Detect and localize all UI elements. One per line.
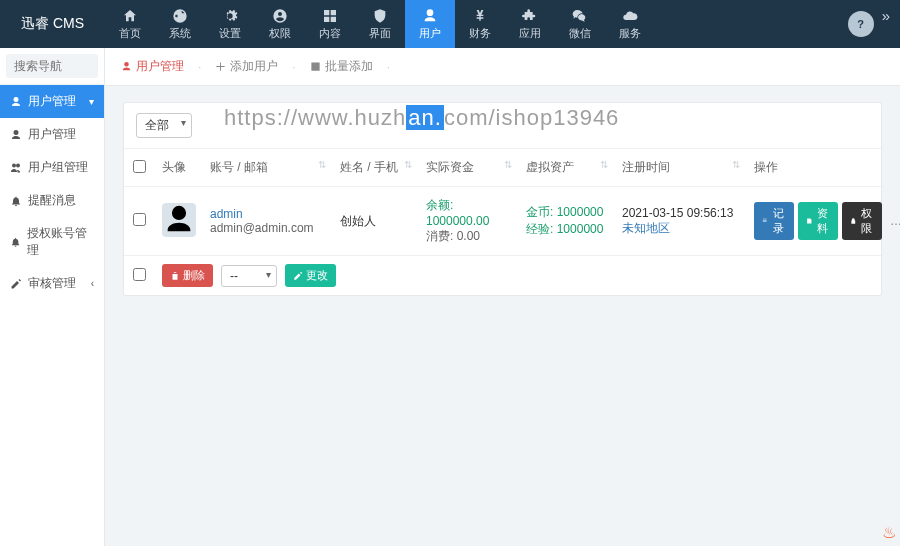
bulk-select[interactable]: -- — [221, 265, 277, 287]
nav-grid[interactable]: 内容 — [305, 0, 355, 48]
log-button[interactable]: 记录 — [754, 202, 794, 240]
top-nav: 迅睿 CMS 首页系统设置权限内容界面用户财务应用微信服务 ? » — [0, 0, 900, 48]
table-footer-row: 删除 -- 更改 — [124, 256, 881, 296]
balance-value[interactable]: 1000000.00 — [426, 214, 489, 228]
col-avatar: 头像 — [154, 149, 202, 187]
change-button[interactable]: 更改 — [285, 264, 336, 287]
col-virtual[interactable]: 虚拟资产 — [518, 149, 614, 187]
chevron-right-icon: ‹ — [91, 278, 94, 289]
perm-button[interactable]: 权限 — [842, 202, 882, 240]
sidebar: 用户管理▾用户管理用户组管理提醒消息授权账号管理审核管理‹ — [0, 48, 105, 546]
brand: 迅睿 CMS — [0, 0, 105, 48]
nav-label: 首页 — [119, 26, 141, 41]
sidebar-item-2[interactable]: 用户组管理 — [0, 151, 104, 184]
breadcrumb: 用户管理·添加用户·批量添加· — [105, 48, 900, 86]
nav-label: 系统 — [169, 26, 191, 41]
sidebar-item-label: 用户管理 — [28, 93, 76, 110]
row-checkbox[interactable] — [133, 213, 146, 226]
breadcrumb-label: 用户管理 — [136, 58, 184, 75]
col-funds[interactable]: 实际资金 — [418, 149, 518, 187]
more-icon[interactable]: … — [886, 214, 900, 228]
flame-icon[interactable]: ♨ — [882, 523, 896, 542]
sidebar-item-5[interactable]: 审核管理‹ — [0, 267, 104, 300]
nav-shield[interactable]: 界面 — [355, 0, 405, 48]
nav-cogs[interactable]: 设置 — [205, 0, 255, 48]
region-link[interactable]: 未知地区 — [622, 220, 738, 237]
nav-user-circle[interactable]: 权限 — [255, 0, 305, 48]
col-ops: 操作 — [746, 149, 881, 187]
breadcrumb-1[interactable]: 添加用户 — [215, 58, 278, 75]
username-link[interactable]: admin — [210, 207, 324, 221]
select-all-checkbox[interactable] — [133, 160, 146, 173]
nav-home[interactable]: 首页 — [105, 0, 155, 48]
nav-label: 权限 — [269, 26, 291, 41]
nav-puzzle[interactable]: 应用 — [505, 0, 555, 48]
sidebar-item-3[interactable]: 提醒消息 — [0, 184, 104, 217]
watermark-text: https://www.huzhan.com/ishop13946 — [224, 105, 619, 131]
nav-yen[interactable]: 财务 — [455, 0, 505, 48]
nav-globe[interactable]: 系统 — [155, 0, 205, 48]
nav-label: 应用 — [519, 26, 541, 41]
user-email: admin@admin.com — [210, 221, 324, 235]
gold-label[interactable]: 金币: — [526, 205, 553, 219]
sidebar-item-4[interactable]: 授权账号管理 — [0, 217, 104, 267]
nav-label: 微信 — [569, 26, 591, 41]
col-regtime[interactable]: 注册时间 — [614, 149, 746, 187]
breadcrumb-label: 添加用户 — [230, 58, 278, 75]
spend-value: 0.00 — [457, 229, 480, 243]
sidebar-item-label: 授权账号管理 — [27, 225, 94, 259]
info-button[interactable]: 资料 — [798, 202, 838, 240]
user-avatar-badge[interactable]: ? — [848, 11, 874, 37]
nav-wechat[interactable]: 微信 — [555, 0, 605, 48]
nav-label: 内容 — [319, 26, 341, 41]
nav-label: 财务 — [469, 26, 491, 41]
sidebar-item-label: 审核管理 — [28, 275, 76, 292]
sidebar-item-1[interactable]: 用户管理 — [0, 118, 104, 151]
balance-label[interactable]: 余额: — [426, 198, 453, 212]
sidebar-item-0[interactable]: 用户管理▾ — [0, 85, 104, 118]
nav-cloud[interactable]: 服务 — [605, 0, 655, 48]
table-row: admin admin@admin.com 创始人 余额: 1000000.00… — [124, 187, 881, 256]
reg-time: 2021-03-15 09:56:13 — [622, 206, 738, 220]
exp-label[interactable]: 经验: — [526, 222, 553, 236]
main-card: 全部 https://www.huzhan.com/ishop13946 — [123, 102, 882, 296]
sidebar-item-label: 用户组管理 — [28, 159, 88, 176]
user-avatar-icon — [162, 203, 196, 237]
user-role: 创始人 — [332, 187, 418, 256]
col-account[interactable]: 账号 / 邮箱 — [202, 149, 332, 187]
exp-value[interactable]: 1000000 — [557, 222, 604, 236]
col-name[interactable]: 姓名 / 手机 — [332, 149, 418, 187]
expand-icon[interactable]: » — [882, 7, 890, 24]
delete-button[interactable]: 删除 — [162, 264, 213, 287]
search-input[interactable] — [6, 54, 98, 78]
toolbar: 全部 https://www.huzhan.com/ishop13946 — [124, 103, 881, 148]
spend-label: 消费: — [426, 229, 453, 243]
user-table: 头像 账号 / 邮箱 姓名 / 手机 实际资金 虚拟资产 注册时间 操作 — [124, 148, 881, 295]
sidebar-item-label: 用户管理 — [28, 126, 76, 143]
nav-user[interactable]: 用户 — [405, 0, 455, 48]
breadcrumb-0[interactable]: 用户管理 — [121, 58, 184, 75]
nav-label: 用户 — [419, 26, 441, 41]
breadcrumb-2[interactable]: 批量添加 — [310, 58, 373, 75]
footer-checkbox[interactable] — [133, 268, 146, 281]
gold-value[interactable]: 1000000 — [557, 205, 604, 219]
filter-select[interactable]: 全部 — [136, 113, 192, 138]
chevron-down-icon: ▾ — [89, 96, 94, 107]
nav-label: 界面 — [369, 26, 391, 41]
nav-label: 设置 — [219, 26, 241, 41]
nav-label: 服务 — [619, 26, 641, 41]
breadcrumb-label: 批量添加 — [325, 58, 373, 75]
sidebar-item-label: 提醒消息 — [28, 192, 76, 209]
sidebar-search — [0, 48, 104, 85]
